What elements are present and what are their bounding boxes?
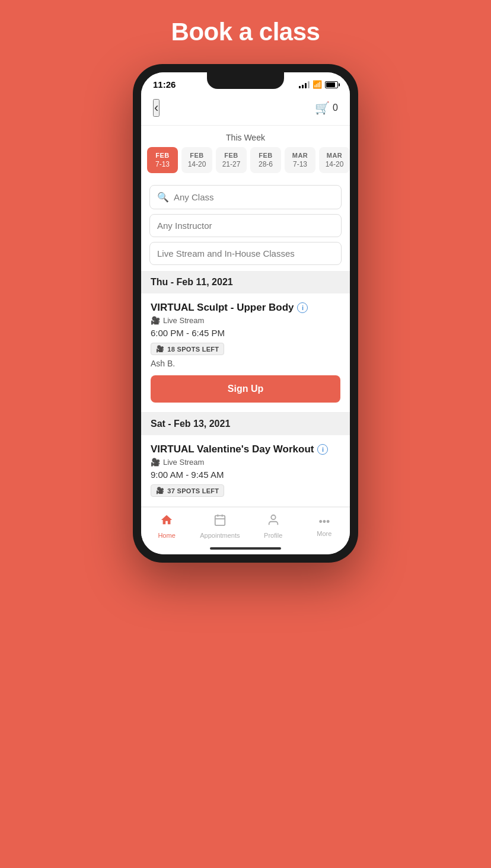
svg-point-4 <box>271 515 275 519</box>
status-bar: 11:26 📶 <box>141 72 350 93</box>
week-tab-feb-21-27[interactable]: FEB 21-27 <box>216 147 247 173</box>
week-tab-feb-7-13[interactable]: FEB 7-13 <box>147 147 178 173</box>
notch <box>207 72 284 89</box>
signal-bars-icon <box>299 81 310 88</box>
svg-rect-0 <box>215 516 225 526</box>
wifi-icon: 📶 <box>313 80 322 89</box>
calendar-icon <box>213 513 227 530</box>
nav-item-more[interactable]: ••• More <box>307 515 342 537</box>
video-icon-valentines: 🎥 <box>151 458 160 467</box>
week-label: This Week <box>141 126 350 147</box>
cart-icon: 🛒 <box>315 101 330 115</box>
nav-item-home[interactable]: Home <box>149 513 184 539</box>
video-icon-badge-val: 🎥 <box>156 487 164 494</box>
week-tab-mar-14-20[interactable]: MAR 14-20 <box>319 147 350 173</box>
top-nav: ‹ 🛒 0 <box>141 93 350 126</box>
cart-count: 0 <box>333 103 338 113</box>
more-icon: ••• <box>318 515 330 528</box>
week-tab-feb-28-6[interactable]: FEB 28-6 <box>250 147 281 173</box>
type-filter[interactable] <box>149 242 342 265</box>
info-icon-valentines[interactable]: i <box>317 444 328 455</box>
status-icons: 📶 <box>299 80 338 89</box>
class-filter[interactable]: 🔍 <box>149 185 342 209</box>
filters-section: 🔍 <box>141 179 350 271</box>
info-icon-sculpt[interactable]: i <box>297 302 308 313</box>
instructor-filter[interactable] <box>149 214 342 237</box>
week-tabs[interactable]: FEB 7-13 FEB 14-20 FEB 21-27 FEB 28-6 MA… <box>141 147 350 179</box>
nav-item-profile[interactable]: Profile <box>256 513 291 539</box>
page-title: Book a class <box>171 18 320 46</box>
search-icon: 🔍 <box>157 192 169 203</box>
class-time-valentines: 9:00 AM - 9:45 AM <box>151 470 340 480</box>
class-input[interactable] <box>174 192 334 202</box>
person-icon <box>267 513 280 530</box>
class-type-sculpt: 🎥 Live Stream <box>151 316 340 325</box>
class-time-sculpt: 6:00 PM - 6:45 PM <box>151 328 340 338</box>
week-tab-feb-14-20[interactable]: FEB 14-20 <box>181 147 212 173</box>
phone-screen: 11:26 📶 ‹ 🛒 0 <box>141 72 350 554</box>
class-name-valentines: VIRTUAL Valentine's Day Workout i <box>151 443 340 455</box>
home-indicator-bar <box>210 547 281 550</box>
type-input[interactable] <box>157 248 334 259</box>
back-button[interactable]: ‹ <box>153 99 160 117</box>
date-header-sat: Sat - Feb 13, 2021 <box>141 413 350 435</box>
nav-label-profile: Profile <box>264 532 282 539</box>
instructor-input[interactable] <box>157 221 334 231</box>
status-time: 11:26 <box>153 79 176 90</box>
class-name-sculpt: VIRTUAL Sculpt - Upper Body i <box>151 302 340 314</box>
class-card-valentines: VIRTUAL Valentine's Day Workout i 🎥 Live… <box>141 435 350 507</box>
date-header-thu: Thu - Feb 11, 2021 <box>141 271 350 293</box>
cart-area[interactable]: 🛒 0 <box>315 101 338 115</box>
class-card-sculpt: VIRTUAL Sculpt - Upper Body i 🎥 Live Str… <box>141 293 350 413</box>
signup-button-sculpt[interactable]: Sign Up <box>151 375 340 403</box>
week-tab-mar-7-13[interactable]: MAR 7-13 <box>285 147 315 173</box>
home-icon <box>160 513 173 530</box>
battery-icon <box>325 81 338 88</box>
video-icon: 🎥 <box>151 316 160 325</box>
nav-item-appointments[interactable]: Appointments <box>200 513 240 539</box>
home-indicator <box>141 542 350 554</box>
video-icon-badge: 🎥 <box>156 345 164 353</box>
phone-frame: 11:26 📶 ‹ 🛒 0 <box>133 64 358 563</box>
content-area: This Week FEB 7-13 FEB 14-20 FEB 21-27 F… <box>141 126 350 507</box>
nav-label-more: More <box>317 530 331 537</box>
spots-badge-sculpt: 🎥 18 SPOTS LEFT <box>151 343 224 355</box>
class-type-valentines: 🎥 Live Stream <box>151 458 340 467</box>
spots-badge-valentines: 🎥 37 SPOTS LEFT <box>151 484 224 497</box>
bottom-nav: Home Appointments <box>141 507 350 542</box>
instructor-sculpt: Ash B. <box>151 359 340 368</box>
class-list: Thu - Feb 11, 2021 VIRTUAL Sculpt - Uppe… <box>141 271 350 507</box>
nav-label-appointments: Appointments <box>200 532 240 539</box>
nav-label-home: Home <box>158 532 175 539</box>
